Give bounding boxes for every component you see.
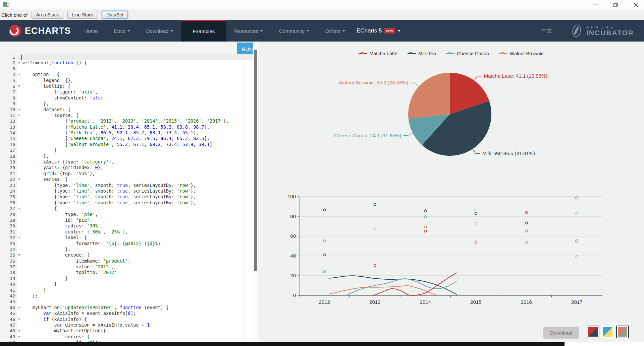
language-switch[interactable]: 中文: [541, 27, 552, 34]
code-line[interactable]: 5 legend: {},: [0, 78, 258, 83]
code-line[interactable]: 21 grid: {top: '55%'},: [0, 171, 258, 177]
fold-arrow-icon[interactable]: ▼: [17, 235, 21, 240]
dataset-button[interactable]: DataSet: [102, 11, 128, 19]
code-line[interactable]: 33 formatter: '{b}: {@2012} ({d}%)': [0, 241, 258, 247]
code-line[interactable]: 40 }: [0, 281, 258, 287]
x-axis-tick-label[interactable]: 2015: [470, 299, 481, 305]
code-line[interactable]: 22▼ series: [: [0, 177, 258, 182]
y-axis-tick-label[interactable]: 100: [287, 194, 296, 199]
code-line[interactable]: 41 ]: [0, 287, 258, 293]
nav-item-download[interactable]: Download: [138, 20, 181, 42]
code-line[interactable]: 26 {type: 'line', smooth: true, seriesLa…: [0, 200, 258, 206]
fold-arrow-icon[interactable]: ▼: [17, 317, 21, 322]
data-point-milk-tea[interactable]: [576, 240, 578, 242]
area-stack-button[interactable]: Area Stack: [32, 11, 63, 19]
code-line[interactable]: 30 radius: '30%',: [0, 223, 258, 229]
data-point-matcha-latte[interactable]: [323, 254, 326, 256]
code-editor[interactable]: 12▼setTimeout(function () {34▼ option = …: [0, 54, 258, 346]
code-line[interactable]: 29 id: 'pie',: [0, 217, 258, 223]
code-line[interactable]: 1: [0, 54, 258, 60]
nav-item-others[interactable]: Others: [317, 20, 353, 42]
y-axis-tick-label[interactable]: 40: [290, 253, 296, 259]
code-line[interactable]: 9 },: [0, 101, 258, 107]
code-line[interactable]: 2▼setTimeout(function () {: [0, 60, 258, 66]
code-line[interactable]: 4▼ option = {: [0, 72, 258, 77]
data-point-walnut-brownie[interactable]: [525, 241, 528, 244]
data-point-cheese-cocoa[interactable]: [323, 270, 326, 273]
code-line[interactable]: 37 value: '2012',: [0, 264, 258, 270]
code-line[interactable]: 11▼ source: [: [0, 113, 258, 118]
data-point-cheese-cocoa[interactable]: [424, 216, 427, 218]
x-axis-tick-label[interactable]: 2013: [369, 299, 380, 305]
data-point-milk-tea[interactable]: [525, 222, 528, 224]
code-line[interactable]: 49▼ series: {: [0, 334, 258, 340]
x-axis-tick-label[interactable]: 2012: [319, 299, 330, 305]
nav-item-docs[interactable]: Docs: [106, 20, 138, 42]
nav-item-community[interactable]: Community: [271, 20, 317, 42]
code-line[interactable]: 15 ['Cheese Cocoa', 24.1, 67.2, 79.5, 86…: [0, 136, 258, 141]
data-point-matcha-latte[interactable]: [576, 197, 578, 199]
pie-label-line[interactable]: [473, 149, 480, 153]
code-line[interactable]: 3: [0, 66, 258, 72]
line-series-path[interactable]: [372, 273, 457, 296]
code-line[interactable]: 17 ]: [0, 147, 258, 153]
data-point-walnut-brownie[interactable]: [323, 240, 326, 242]
data-point-matcha-latte[interactable]: [374, 264, 376, 267]
data-point-matcha-latte[interactable]: [525, 211, 528, 214]
fold-arrow-icon[interactable]: ▼: [17, 177, 21, 182]
maximize-icon[interactable]: [612, 1, 619, 8]
charts-canvas[interactable]: Matcha Latte: 41.1 (19.86%)Milk Tea: 86.…: [258, 42, 644, 342]
code-line[interactable]: 44▼ myChart.on('updateAxisPointer', func…: [0, 305, 258, 310]
y-axis-tick-label[interactable]: 80: [290, 213, 296, 219]
code-line[interactable]: 32▼ label: {: [0, 235, 258, 240]
pie-label[interactable]: Matcha Latte: 41.1 (19.86%): [484, 73, 547, 79]
code-line[interactable]: 24 {type: 'line', smooth: true, seriesLa…: [0, 188, 258, 194]
code-line[interactable]: 19 xAxis: {type: 'category'},: [0, 159, 258, 165]
data-point-milk-tea[interactable]: [323, 209, 326, 211]
code-line[interactable]: 38 tooltip: '2012': [0, 270, 258, 275]
minimize-icon[interactable]: [592, 1, 599, 8]
nav-item-home[interactable]: Home: [76, 20, 106, 42]
y-axis-tick-label[interactable]: 60: [290, 233, 296, 239]
fold-arrow-icon[interactable]: ▼: [17, 107, 21, 113]
code-line[interactable]: 7 trigger: 'axis',: [0, 89, 258, 95]
data-point-walnut-brownie[interactable]: [424, 226, 427, 228]
y-axis-tick-label[interactable]: 0: [293, 292, 296, 298]
theme-swatch-default[interactable]: [587, 326, 599, 338]
code-line[interactable]: 27▼ {: [0, 206, 258, 211]
data-point-walnut-brownie[interactable]: [576, 256, 578, 258]
code-line[interactable]: 39 }: [0, 276, 258, 281]
data-point-milk-tea[interactable]: [424, 210, 427, 212]
pie-label-line[interactable]: [474, 76, 482, 80]
editor-scrollbar-thumb[interactable]: [254, 50, 257, 271]
nav-item-examples[interactable]: Examples: [181, 20, 226, 42]
nav-version-switch[interactable]: ECharts 5 new: [353, 20, 404, 42]
data-point-cheese-cocoa[interactable]: [475, 209, 477, 211]
code-line[interactable]: 6▼ tooltip: {: [0, 83, 258, 89]
code-line[interactable]: 28 type: 'pie',: [0, 212, 258, 217]
fold-arrow-icon[interactable]: ▼: [17, 252, 21, 258]
nav-item-resources[interactable]: Resources: [226, 20, 271, 42]
data-point-walnut-brownie[interactable]: [374, 228, 376, 230]
code-line[interactable]: 25 {type: 'line', smooth: true, seriesLa…: [0, 194, 258, 200]
code-line[interactable]: 46▼ if (xAxisInfo) {: [0, 317, 258, 322]
code-line[interactable]: 20 yAxis: {gridIndex: 0},: [0, 165, 258, 170]
pie-label[interactable]: Walnut Brownie: 55.2 (26.68%): [339, 80, 408, 85]
x-axis-tick-label[interactable]: 2014: [420, 299, 431, 305]
fold-arrow-icon[interactable]: ▼: [17, 113, 21, 118]
fold-arrow-icon[interactable]: ▼: [17, 60, 21, 66]
code-line[interactable]: 12 ['product', '2012', '2013', '2014', '…: [0, 118, 258, 124]
code-line[interactable]: 43: [0, 299, 258, 304]
code-line[interactable]: 31 center: ['50%', '25%'],: [0, 229, 258, 235]
code-line[interactable]: 14 ['Milk Tea', 86.5, 92.1, 85.7, 83.1, …: [0, 130, 258, 136]
pie-slice-walnut-brownie[interactable]: [408, 73, 450, 119]
data-point-matcha-latte[interactable]: [475, 241, 477, 244]
code-line[interactable]: 13 ['Matcha Latte', 41.1, 30.4, 65.1, 53…: [0, 124, 258, 130]
theme-swatch-vintage[interactable]: [616, 326, 629, 338]
x-axis-tick-label[interactable]: 2016: [521, 299, 532, 305]
code-line[interactable]: 10▼ dataset: {: [0, 107, 258, 113]
code-line[interactable]: 48▼ myChart.setOption({: [0, 328, 258, 334]
line-stack-button[interactable]: Line Stack: [67, 11, 98, 19]
fold-arrow-icon[interactable]: ▼: [17, 72, 21, 77]
code-line[interactable]: 8 showContent: false: [0, 95, 258, 101]
